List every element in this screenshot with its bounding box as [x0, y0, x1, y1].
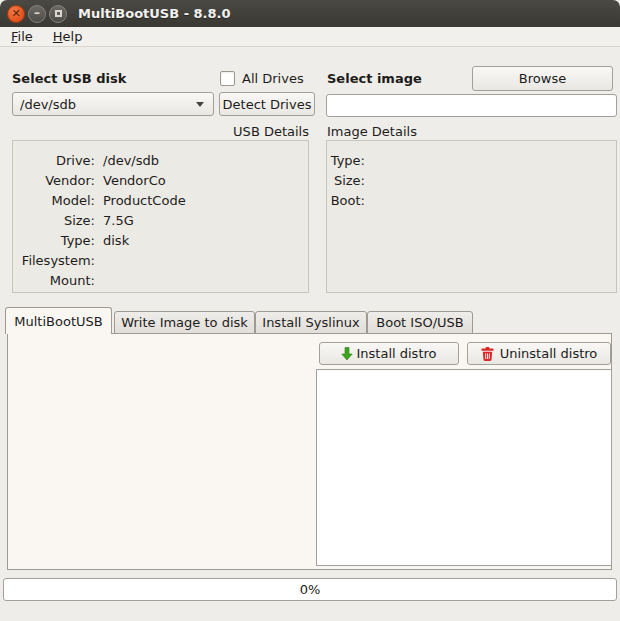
uninstall-trash-icon: [481, 347, 494, 361]
tab-label: MultiBootUSB: [14, 314, 102, 329]
usb-detail-row: Drive: /dev/sdb: [13, 150, 308, 170]
usb-detail-value: VendorCo: [103, 173, 166, 188]
window-title: MultiBootUSB - 8.8.0: [78, 6, 231, 21]
multibootusb-window: ✕ – MultiBootUSB - 8.8.0 File Help Selec…: [0, 0, 620, 621]
tab-write-image-to-disk[interactable]: Write Image to disk: [114, 311, 255, 334]
usb-details-panel: Drive: /dev/sdb Vendor: VendorCo Model: …: [12, 140, 309, 293]
menu-help[interactable]: Help: [51, 28, 85, 45]
usb-details-heading: USB Details: [12, 124, 309, 139]
image-details-heading: Image Details: [327, 124, 417, 139]
usb-detail-label: Drive:: [13, 153, 95, 168]
all-drives-label: All Drives: [242, 71, 304, 86]
browse-label: Browse: [519, 71, 566, 86]
tab-label: Install Syslinux: [262, 315, 359, 330]
usb-detail-row: Type: disk: [13, 230, 308, 250]
tab-boot-iso-usb[interactable]: Boot ISO/USB: [367, 311, 473, 334]
image-detail-row: Type:: [327, 150, 616, 170]
menubar: File Help: [0, 27, 620, 47]
install-arrow-icon: [341, 347, 353, 361]
image-detail-row: Boot:: [327, 190, 616, 210]
usb-detail-label: Model:: [13, 193, 95, 208]
minimize-button[interactable]: –: [28, 5, 46, 23]
tab-multibootusb[interactable]: MultiBootUSB: [5, 307, 112, 334]
usb-detail-label: Size:: [13, 213, 95, 228]
usb-detail-value: ProductCode: [103, 193, 186, 208]
progress-label: 0%: [300, 582, 321, 597]
usb-detail-row: Vendor: VendorCo: [13, 170, 308, 190]
all-drives-checkbox[interactable]: [220, 71, 235, 86]
close-button[interactable]: ✕: [7, 5, 25, 23]
menu-file[interactable]: File: [9, 28, 35, 45]
close-icon: ✕: [11, 8, 20, 19]
usb-detail-row: Mount:: [13, 270, 308, 290]
usb-detail-row: Size: 7.5G: [13, 210, 308, 230]
usb-detail-value: 7.5G: [103, 213, 134, 228]
select-usb-disk-label: Select USB disk: [12, 71, 126, 86]
image-detail-label: Type:: [327, 153, 365, 168]
tab-install-syslinux[interactable]: Install Syslinux: [255, 311, 367, 334]
chevron-down-icon: [196, 102, 204, 107]
image-details-panel: Type: Size: Boot:: [326, 140, 617, 293]
distro-list[interactable]: [316, 369, 612, 566]
uninstall-distro-button[interactable]: Uninstall distro: [467, 342, 611, 365]
image-detail-label: Size:: [327, 173, 365, 188]
install-distro-button[interactable]: Install distro: [319, 342, 459, 365]
tab-label: Write Image to disk: [121, 315, 248, 330]
uninstall-distro-label: Uninstall distro: [500, 346, 598, 361]
usb-detail-label: Vendor:: [13, 173, 95, 188]
image-detail-row: Size:: [327, 170, 616, 190]
usb-detail-label: Mount:: [13, 273, 95, 288]
install-distro-label: Install distro: [356, 346, 436, 361]
tab-label: Boot ISO/USB: [376, 315, 463, 330]
titlebar: ✕ – MultiBootUSB - 8.8.0: [0, 0, 620, 27]
maximize-button[interactable]: [49, 5, 67, 23]
detect-drives-button[interactable]: Detect Drives: [219, 92, 315, 116]
image-path-input[interactable]: [326, 94, 617, 117]
browse-button[interactable]: Browse: [472, 66, 613, 91]
maximize-icon: [55, 10, 62, 17]
usb-disk-selected-value: /dev/sdb: [20, 97, 76, 112]
usb-detail-row: Filesystem:: [13, 250, 308, 270]
image-detail-label: Boot:: [327, 193, 365, 208]
multibootusb-tab-panel: Install distro Uninstall distro: [7, 333, 612, 570]
usb-detail-value: /dev/sdb: [103, 153, 159, 168]
usb-detail-label: Filesystem:: [13, 253, 95, 268]
usb-detail-row: Model: ProductCode: [13, 190, 308, 210]
progress-bar: 0%: [3, 578, 617, 601]
select-image-label: Select image: [327, 71, 422, 86]
minimize-icon: –: [34, 7, 40, 19]
usb-disk-combobox[interactable]: /dev/sdb: [12, 92, 214, 116]
usb-detail-value: disk: [103, 233, 129, 248]
usb-detail-label: Type:: [13, 233, 95, 248]
detect-drives-label: Detect Drives: [223, 97, 312, 112]
